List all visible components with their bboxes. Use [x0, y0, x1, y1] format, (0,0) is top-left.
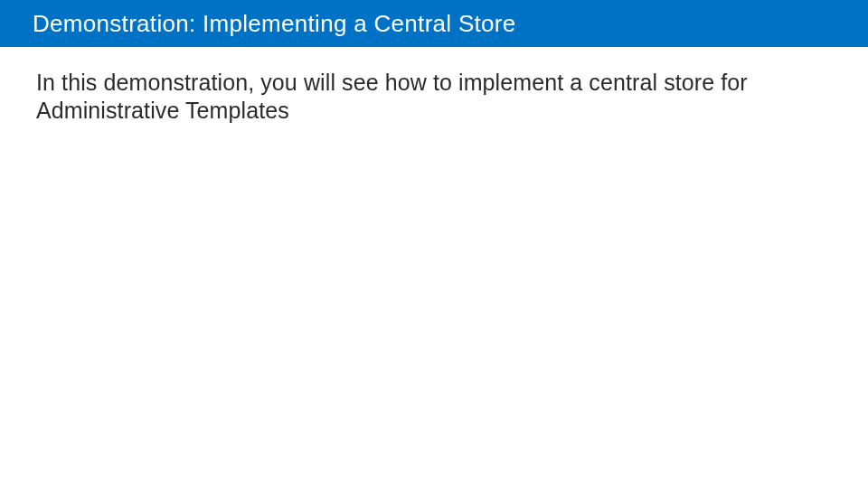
- slide-title: Demonstration: Implementing a Central St…: [33, 10, 516, 38]
- slide-body-text: In this demonstration, you will see how …: [36, 69, 832, 126]
- slide-content-area: In this demonstration, you will see how …: [0, 47, 868, 126]
- slide-header-bar: Demonstration: Implementing a Central St…: [0, 0, 868, 47]
